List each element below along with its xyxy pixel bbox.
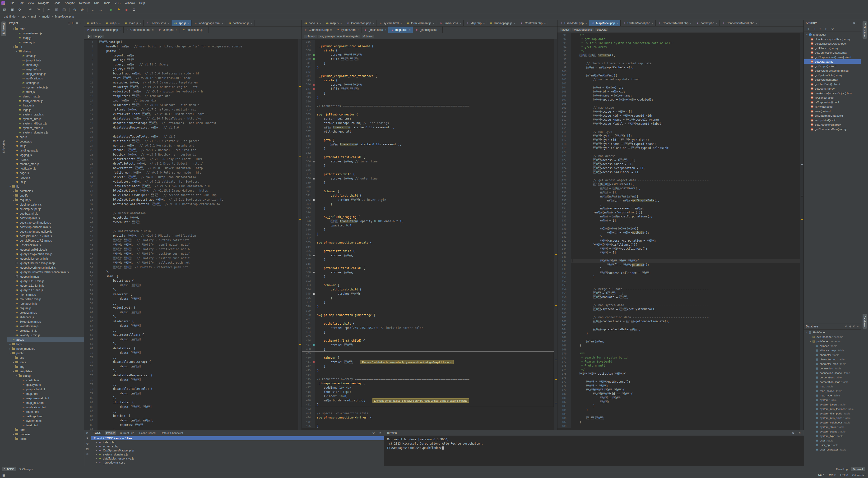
- tree-item[interactable]: ▾templates: [7, 369, 84, 374]
- tree-item[interactable]: JSTweenLite.min.js: [7, 319, 84, 324]
- project-tree[interactable]: ▾mapJScontextmenu.jsJSmap.jsJSoverlay.js…: [7, 26, 84, 466]
- menu-item-view[interactable]: View: [26, 1, 36, 5]
- tree-item[interactable]: JSraphael.min.js: [7, 301, 84, 306]
- error-stripe-scrollbar[interactable]: [298, 39, 302, 430]
- tree-item[interactable]: ▾map: [7, 27, 84, 31]
- tree-item[interactable]: JSjquery.dragToSelect.js: [7, 247, 84, 252]
- structure-item[interactable]: mgetCharactersData():array: [804, 127, 861, 131]
- database-item[interactable]: ▦map_scope: table: [804, 389, 861, 393]
- editor-tab-mapmodel-php[interactable]: PMapModel.php×: [589, 20, 621, 26]
- structure-item[interactable]: msave():mixed: [804, 109, 861, 113]
- structure-item[interactable]: mgetScope():mixed: [804, 64, 861, 68]
- close-icon[interactable]: ×: [373, 22, 374, 25]
- caret-position-indicator[interactable]: 147:1: [818, 474, 825, 477]
- tree-item[interactable]: JSsystem_signature.js: [7, 130, 84, 135]
- tree-item[interactable]: JSjquery.easypiechart.min.js: [7, 252, 84, 256]
- tree-item[interactable]: ▸css: [7, 355, 84, 360]
- tool-button-database[interactable]: Database: [863, 314, 867, 329]
- database-header-icon-3[interactable]: −: [856, 325, 859, 328]
- tree-item[interactable]: JSjquery-1.11.2.min.js: [7, 279, 84, 283]
- database-item[interactable]: ▦system_kills_factions: table: [804, 407, 861, 411]
- editor-tab-system-html[interactable]: <>system.html×: [376, 20, 404, 26]
- tree-item[interactable]: JSmanual.js: [7, 63, 84, 67]
- breadcrumb-chip[interactable]: Model: [560, 28, 570, 31]
- structure-item[interactable]: mgetConnectionData():array: [804, 50, 861, 55]
- tree-item[interactable]: JSmap_info.js: [7, 67, 84, 72]
- tree-item[interactable]: JScredit.js: [7, 54, 84, 58]
- error-stripe-scrollbar[interactable]: [554, 39, 557, 430]
- structure-toolbar-icon-1[interactable]: ⊟: [812, 27, 816, 31]
- editor-tab-accesscontroller-php[interactable]: PAccessController.php×: [84, 27, 124, 33]
- editor-tab-connection-php[interactable]: PConnection.php×: [124, 27, 156, 33]
- tree-item[interactable]: <>map_info.html: [7, 401, 84, 405]
- tool-button-1-project[interactable]: 1: Project: [1, 21, 6, 36]
- project-header-icon-2[interactable]: ⚙: [75, 21, 79, 25]
- editor-tab-charactermodel-php[interactable]: PCharacterModel.php×: [656, 20, 694, 26]
- close-icon[interactable]: ×: [118, 22, 120, 25]
- close-icon[interactable]: ×: [400, 22, 402, 25]
- structure-item[interactable]: mhasAccess(accessObject):bool: [804, 91, 861, 95]
- database-item[interactable]: ▾▥Pathfinder: [804, 330, 861, 334]
- structure-item[interactable]: mgetAlliances():array: [804, 46, 861, 50]
- error-stripe-scrollbar[interactable]: [800, 33, 804, 430]
- tree-item[interactable]: JSlogging.js: [7, 153, 84, 157]
- editor-tab-map-js[interactable]: JSmap.js×: [323, 20, 344, 26]
- close-icon[interactable]: ×: [168, 22, 169, 25]
- back-icon[interactable]: ←: [91, 8, 95, 11]
- close-icon[interactable]: ×: [690, 22, 691, 25]
- menu-item-refactor[interactable]: Refactor: [77, 1, 92, 5]
- database-header-icon-1[interactable]: ⊕: [848, 325, 852, 328]
- database-item[interactable]: ▦user_character: table: [804, 447, 861, 452]
- todo-file-row[interactable]: ▸S_dropdowns.scss: [91, 460, 384, 465]
- todo-side-icon-3[interactable]: ▤: [85, 447, 89, 450]
- sync-icon[interactable]: ⟳: [18, 8, 22, 12]
- database-item[interactable]: ▦system_neighbour: table: [804, 420, 861, 425]
- menu-item-tools[interactable]: Tools: [101, 1, 113, 5]
- database-item[interactable]: ▦user_api: table: [804, 443, 861, 447]
- editor-tab-form-element-js[interactable]: JSform_element.js×: [404, 20, 437, 26]
- todo-tab-current-file[interactable]: Current File: [118, 431, 135, 435]
- tree-item[interactable]: ▾lib: [7, 184, 84, 189]
- breadcrumb-item-main[interactable]: main: [30, 14, 38, 19]
- database-item[interactable]: ▦map_type: table: [804, 393, 861, 397]
- open-icon[interactable]: ▨: [2, 8, 7, 12]
- todo-side-icon-4[interactable]: ⚙: [85, 452, 89, 456]
- tree-item[interactable]: <>map_manual.html: [7, 396, 84, 401]
- breadcrumb-item-app[interactable]: app: [21, 14, 27, 19]
- tree-item[interactable]: ▾ui: [7, 44, 84, 49]
- tool-button-event-log[interactable]: Event Log: [834, 467, 850, 471]
- code-editor[interactable]: 91 /**92 * get map data93 * -> this incl…: [557, 33, 800, 430]
- tree-item[interactable]: JSnotification.js: [7, 166, 84, 171]
- database-header-icon-2[interactable]: ⚙: [852, 325, 856, 328]
- terminal-header-icon-0[interactable]: ⚙: [791, 431, 795, 435]
- project-header-icon-1[interactable]: ⊟: [71, 21, 75, 25]
- structure-toolbar-icon-3[interactable]: ⊙: [824, 27, 828, 31]
- tree-item[interactable]: <>jump_info.html: [7, 387, 84, 391]
- tree-item[interactable]: JSmain.js: [7, 157, 84, 162]
- editor-tab-connection-php[interactable]: PConnection.php×: [344, 20, 377, 26]
- structure-item[interactable]: misPrivate():bool: [804, 104, 861, 109]
- breadcrumb-chip[interactable]: .pf-map: [304, 35, 317, 38]
- database-item[interactable]: ▦alliance_map: table: [804, 348, 861, 353]
- todo-tab-default-changelist[interactable]: Default Changelist: [159, 431, 185, 435]
- breadcrumb-chip[interactable]: svg.pf-map-connection-stargate: [318, 35, 360, 38]
- terminal-header-icon-2[interactable]: ×: [798, 431, 801, 435]
- todo-file-row[interactable]: ▸JSdataTables.responsive.js: [91, 456, 384, 460]
- database-item[interactable]: ▦system_status: table: [804, 429, 861, 434]
- encoding-indicator[interactable]: UTF-8: [840, 474, 848, 477]
- tree-item[interactable]: JSEasePack.min.js: [7, 243, 84, 247]
- breadcrumb-chip[interactable]: app.js: [93, 35, 104, 38]
- tree-item[interactable]: JSbootstrap-confirmation.js: [7, 220, 84, 225]
- breadcrumb-item-pathfinder[interactable]: pathfinder: [3, 14, 17, 19]
- structure-item[interactable]: mgetSystems():array: [804, 77, 861, 82]
- tree-item[interactable]: ▸logs: [7, 342, 84, 346]
- close-icon[interactable]: ×: [205, 28, 206, 31]
- toolwindow-toggle-icon[interactable]: ▦: [2, 474, 5, 477]
- tree-item[interactable]: JSlogo.js: [7, 108, 84, 112]
- close-icon[interactable]: ×: [319, 22, 321, 25]
- structure-item[interactable]: mdelete(accessObject):bool: [804, 41, 861, 46]
- database-item[interactable]: ▦corporation_map: table: [804, 380, 861, 384]
- terminal-output[interactable]: Microsoft Windows [Version 6.3.9600](c) …: [384, 436, 804, 466]
- tree-item[interactable]: ▾dialog: [7, 49, 84, 54]
- close-icon[interactable]: ×: [514, 22, 516, 25]
